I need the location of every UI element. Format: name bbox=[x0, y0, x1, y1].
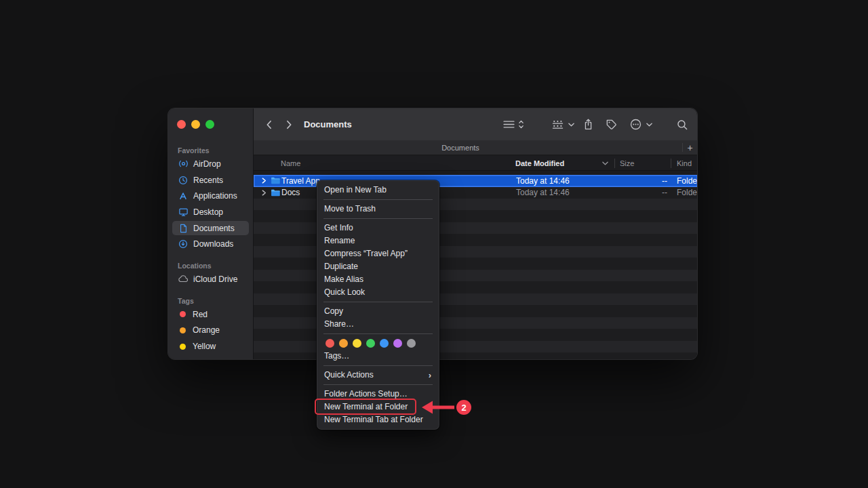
sidebar-item-recents[interactable]: Recents bbox=[168, 172, 253, 188]
blue-tag-swatch[interactable] bbox=[380, 339, 389, 348]
more-options-chevron-icon[interactable] bbox=[646, 108, 652, 140]
tab-documents[interactable]: Documents bbox=[254, 140, 667, 155]
menu-separator bbox=[323, 365, 433, 366]
sidebar-item-airdrop[interactable]: AirDrop bbox=[168, 156, 253, 172]
sidebar-label: AirDrop bbox=[193, 159, 221, 169]
sidebar-label: Orange bbox=[193, 325, 220, 335]
column-divider[interactable] bbox=[614, 159, 615, 168]
sidebar-label: Downloads bbox=[193, 239, 233, 249]
sidebar-label: iCloud Drive bbox=[193, 274, 237, 284]
context-menu: Open in New Tab Move to Trash Get Info R… bbox=[317, 180, 439, 430]
sidebar-item-tag-orange[interactable]: Orange bbox=[168, 323, 253, 339]
sidebar-section-locations: Locations bbox=[168, 260, 253, 271]
window-title: Documents bbox=[304, 108, 352, 140]
menu-item-copy[interactable]: Copy bbox=[317, 305, 439, 318]
menu-tag-color-row bbox=[317, 337, 439, 350]
group-by-chevron-icon[interactable] bbox=[568, 108, 574, 140]
sidebar-item-icloud-drive[interactable]: iCloud Drive bbox=[168, 271, 253, 287]
menu-item-rename[interactable]: Rename bbox=[317, 235, 439, 247]
sidebar-label: Red bbox=[193, 310, 208, 319]
file-date-modified: Today at 14:46 bbox=[516, 187, 570, 199]
airdrop-icon bbox=[178, 159, 189, 169]
arrow-left-icon bbox=[422, 401, 433, 414]
sidebar-section-favorites: Favorites bbox=[168, 145, 253, 156]
green-tag-swatch[interactable] bbox=[366, 339, 375, 348]
menu-item-open-in-new-tab[interactable]: Open in New Tab bbox=[317, 184, 439, 197]
column-header-kind[interactable]: Kind bbox=[677, 156, 692, 171]
orange-tag-swatch[interactable] bbox=[339, 339, 348, 348]
sidebar-item-downloads[interactable]: Downloads bbox=[168, 236, 253, 252]
icloud-icon bbox=[178, 274, 189, 285]
step-badge-number: 2 bbox=[461, 403, 466, 413]
more-options-icon[interactable] bbox=[630, 108, 642, 140]
file-kind: Folder bbox=[677, 187, 697, 199]
applications-icon bbox=[178, 190, 189, 201]
menu-separator bbox=[323, 333, 433, 334]
sidebar-label: Yellow bbox=[193, 342, 216, 351]
forward-chevron-icon[interactable] bbox=[286, 108, 292, 140]
tag-icon[interactable] bbox=[606, 108, 616, 140]
disclosure-chevron-icon[interactable] bbox=[262, 187, 267, 199]
menu-item-make-alias[interactable]: Make Alias bbox=[317, 273, 439, 286]
folder-icon bbox=[271, 187, 280, 199]
file-name: Travel App bbox=[281, 175, 320, 187]
back-chevron-icon[interactable] bbox=[266, 108, 272, 140]
titlebar: Documents bbox=[254, 108, 697, 140]
sidebar-item-desktop[interactable]: Desktop bbox=[168, 204, 253, 220]
annotation-arrow: 2 bbox=[419, 398, 473, 417]
gray-tag-swatch[interactable] bbox=[407, 339, 416, 348]
documents-icon bbox=[178, 223, 189, 234]
sidebar-label: Applications bbox=[193, 191, 237, 201]
share-icon[interactable] bbox=[584, 108, 593, 140]
menu-item-quick-actions[interactable]: Quick Actions › bbox=[317, 369, 439, 382]
column-divider[interactable] bbox=[671, 159, 671, 168]
disclosure-chevron-icon[interactable] bbox=[262, 175, 267, 187]
menu-item-share[interactable]: Share… bbox=[317, 318, 439, 331]
sidebar-item-applications[interactable]: Applications bbox=[168, 188, 253, 204]
submenu-chevron-icon: › bbox=[429, 369, 431, 382]
sidebar-item-tag-red[interactable]: Red bbox=[168, 306, 253, 323]
downloads-icon bbox=[178, 239, 189, 249]
menu-item-get-info[interactable]: Get Info bbox=[317, 222, 439, 235]
folder-icon bbox=[271, 175, 280, 187]
column-header-name[interactable]: Name bbox=[281, 156, 300, 171]
traffic-lights bbox=[177, 120, 214, 129]
tab-bar: Documents + bbox=[254, 140, 697, 155]
menu-item-compress[interactable]: Compress “Travel App” bbox=[317, 247, 439, 260]
menu-separator bbox=[323, 199, 433, 200]
sidebar-label: Desktop bbox=[193, 207, 223, 217]
yellow-tag-swatch[interactable] bbox=[353, 339, 361, 348]
sidebar-item-tag-green[interactable]: Green bbox=[168, 354, 253, 359]
menu-item-move-to-trash[interactable]: Move to Trash bbox=[317, 203, 439, 216]
sidebar-item-documents[interactable]: Documents bbox=[168, 220, 253, 237]
menu-item-quick-look[interactable]: Quick Look bbox=[317, 286, 439, 299]
recents-icon bbox=[178, 175, 189, 186]
sort-chevron-down-icon[interactable] bbox=[602, 156, 608, 171]
menu-item-label: Quick Actions bbox=[324, 369, 374, 382]
view-switch-chevrons-icon[interactable] bbox=[518, 108, 524, 140]
sidebar: Favorites AirDrop Recents Applications bbox=[168, 108, 253, 359]
sidebar-label: Recents bbox=[193, 176, 223, 185]
purple-tag-swatch[interactable] bbox=[393, 339, 402, 348]
menu-item-tags[interactable]: Tags… bbox=[317, 350, 439, 363]
new-tab-button[interactable]: + bbox=[683, 140, 697, 155]
sidebar-item-tag-yellow[interactable]: Yellow bbox=[168, 338, 253, 354]
sidebar-section-tags: Tags bbox=[168, 296, 253, 306]
yellow-tag-dot-icon bbox=[180, 344, 186, 350]
column-header-size[interactable]: Size bbox=[620, 156, 634, 171]
file-date-modified: Today at 14:46 bbox=[516, 175, 570, 187]
file-name: Docs bbox=[281, 187, 300, 199]
menu-item-duplicate[interactable]: Duplicate bbox=[317, 260, 439, 273]
minimize-window-button[interactable] bbox=[191, 120, 200, 129]
file-size: -- bbox=[579, 187, 667, 199]
desktop-icon bbox=[178, 207, 189, 218]
red-tag-swatch[interactable] bbox=[326, 339, 334, 348]
zoom-window-button[interactable] bbox=[205, 120, 214, 129]
close-window-button[interactable] bbox=[177, 120, 186, 129]
menu-separator bbox=[323, 218, 433, 219]
list-view-icon[interactable] bbox=[503, 108, 515, 140]
menu-separator bbox=[323, 302, 433, 302]
group-by-icon[interactable] bbox=[552, 108, 564, 140]
column-header-date-modified[interactable]: Date Modified bbox=[515, 156, 564, 171]
search-icon[interactable] bbox=[677, 108, 688, 140]
